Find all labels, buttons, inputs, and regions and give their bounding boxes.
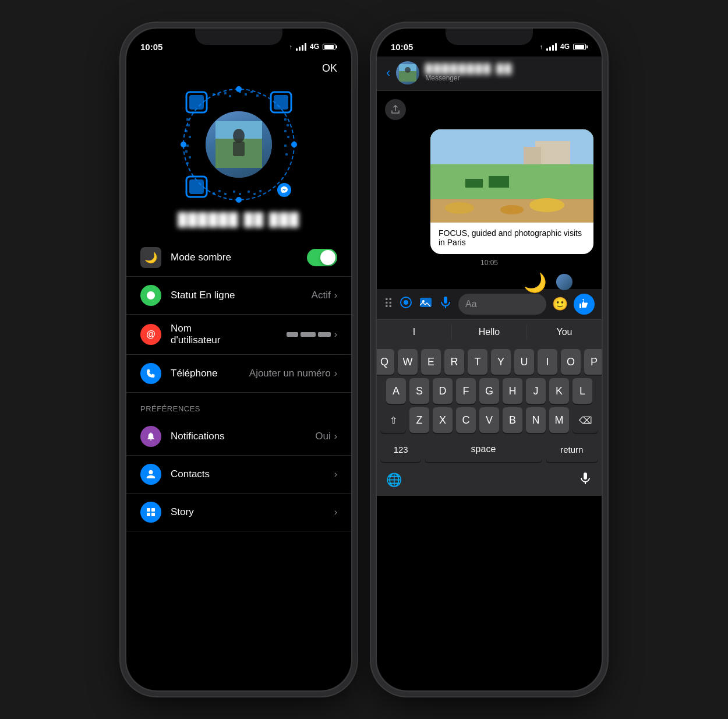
- location-icon-2: ↑: [539, 43, 543, 50]
- key-c[interactable]: C: [456, 407, 476, 433]
- suggestions-row: I Hello You: [377, 319, 602, 344]
- share-button[interactable]: [385, 99, 406, 120]
- suggestion-i[interactable]: I: [377, 325, 452, 340]
- svg-point-47: [147, 291, 155, 299]
- svg-rect-46: [233, 142, 245, 156]
- key-g[interactable]: G: [479, 378, 499, 404]
- chat-avatar: [396, 61, 419, 84]
- key-e[interactable]: E: [421, 349, 441, 375]
- key-space[interactable]: space: [425, 436, 542, 462]
- settings-item-online-status[interactable]: Statut En ligne Actif ›: [126, 277, 351, 315]
- key-a[interactable]: A: [386, 378, 406, 404]
- keyboard-row-4: 123 space return: [380, 436, 598, 462]
- key-u[interactable]: U: [514, 349, 534, 375]
- chat-name: ████████ ██: [425, 64, 592, 74]
- phone-label: Téléphone: [171, 368, 249, 379]
- svg-rect-51: [151, 513, 155, 516]
- moon-area: 🌙: [385, 272, 593, 301]
- key-j[interactable]: J: [526, 378, 546, 404]
- key-q[interactable]: Q: [377, 349, 394, 375]
- qr-container: [181, 86, 297, 203]
- key-f[interactable]: F: [456, 378, 476, 404]
- notifications-value: Oui: [315, 431, 330, 442]
- svg-rect-18: [189, 136, 191, 138]
- svg-point-64: [529, 198, 564, 212]
- ok-button[interactable]: OK: [126, 57, 351, 80]
- status-bar-2: 10:05 ↑ 4G: [377, 29, 602, 57]
- keyboard-mic-icon[interactable]: [578, 471, 592, 489]
- svg-rect-28: [285, 153, 288, 156]
- settings-item-username[interactable]: @ Nomd'utilisateur ›: [126, 315, 351, 355]
- svg-rect-49: [151, 508, 155, 512]
- key-d[interactable]: D: [433, 378, 453, 404]
- notifications-label: Notifications: [171, 431, 315, 442]
- key-y[interactable]: Y: [491, 349, 511, 375]
- svg-rect-36: [259, 190, 261, 192]
- svg-rect-58: [524, 147, 541, 164]
- key-i[interactable]: I: [538, 349, 557, 375]
- signal-bars-2: [546, 43, 557, 51]
- key-z[interactable]: Z: [409, 407, 429, 433]
- settings-item-contacts[interactable]: Contacts ›: [126, 456, 351, 494]
- contacts-icon: [140, 464, 161, 485]
- key-h[interactable]: H: [503, 378, 522, 404]
- svg-rect-31: [224, 193, 227, 195]
- key-w[interactable]: W: [398, 349, 418, 375]
- message-image: [430, 129, 593, 223]
- keyboard: Q W E R T Y U I O P A S D F G: [377, 344, 602, 468]
- key-return[interactable]: return: [546, 436, 599, 462]
- status-bar-1: 10:05 ↑ 4G: [126, 29, 351, 57]
- svg-point-63: [445, 202, 474, 214]
- svg-rect-59: [430, 164, 593, 199]
- key-o[interactable]: O: [561, 349, 581, 375]
- contacts-arrow: ›: [334, 469, 337, 480]
- dark-mode-label: Mode sombre: [171, 252, 307, 263]
- keyboard-bottom: 🌐: [377, 468, 602, 496]
- svg-rect-19: [186, 144, 189, 147]
- settings-item-dark-mode[interactable]: 🌙 Mode sombre: [126, 239, 351, 277]
- key-k[interactable]: K: [549, 378, 569, 404]
- key-shift[interactable]: ⇧: [380, 407, 406, 433]
- key-p[interactable]: P: [584, 349, 602, 375]
- svg-rect-27: [284, 144, 287, 147]
- user-avatar-small: [556, 274, 572, 290]
- suggestion-you[interactable]: You: [527, 325, 602, 340]
- battery-icon-2: [573, 44, 588, 50]
- settings-list: 🌙 Mode sombre Statut En ligne Actif ›: [126, 239, 351, 393]
- globe-icon[interactable]: 🌐: [386, 473, 402, 488]
- key-r[interactable]: R: [444, 349, 464, 375]
- signal-bars-1: [296, 43, 306, 51]
- svg-point-55: [405, 67, 411, 73]
- settings-item-story[interactable]: Story ›: [126, 494, 351, 531]
- settings-item-notifications[interactable]: Notifications Oui ›: [126, 418, 351, 456]
- key-delete[interactable]: ⌫: [572, 407, 598, 433]
- svg-point-40: [236, 197, 242, 203]
- key-m[interactable]: M: [549, 407, 569, 433]
- svg-rect-22: [186, 162, 189, 164]
- username-icon: @: [140, 324, 161, 345]
- settings-item-phone[interactable]: Téléphone Ajouter un numéro ›: [126, 355, 351, 393]
- key-s[interactable]: S: [409, 378, 429, 404]
- message-bubble: FOCUS, guided and photographic visits in…: [430, 129, 593, 254]
- contacts-label: Contacts: [171, 468, 334, 480]
- key-v[interactable]: V: [479, 407, 499, 433]
- key-123[interactable]: 123: [380, 436, 421, 462]
- status-icons-2: ↑ 4G: [539, 43, 588, 51]
- key-t[interactable]: T: [468, 349, 487, 375]
- svg-rect-17: [185, 130, 188, 132]
- key-l[interactable]: L: [572, 378, 592, 404]
- dark-mode-toggle[interactable]: [307, 249, 337, 266]
- svg-rect-12: [245, 93, 247, 96]
- key-n[interactable]: N: [526, 407, 546, 433]
- back-button[interactable]: ‹: [386, 65, 390, 80]
- key-x[interactable]: X: [433, 407, 453, 433]
- key-b[interactable]: B: [503, 407, 522, 433]
- svg-rect-16: [188, 124, 190, 126]
- svg-rect-4: [274, 95, 288, 110]
- svg-rect-32: [233, 191, 235, 193]
- svg-point-45: [233, 129, 245, 143]
- username-value-dots: [287, 332, 331, 337]
- svg-rect-13: [250, 91, 253, 93]
- svg-rect-48: [147, 508, 150, 512]
- suggestion-hello[interactable]: Hello: [452, 325, 527, 340]
